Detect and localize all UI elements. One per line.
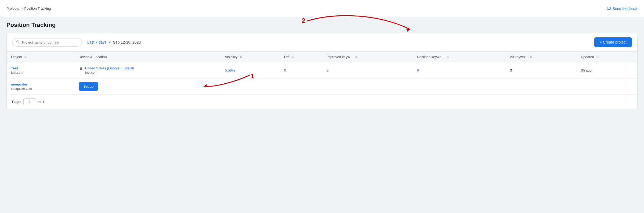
feedback-icon bbox=[607, 6, 611, 11]
declined-cell bbox=[413, 79, 506, 95]
sort-visibility-icon[interactable]: ⇅ bbox=[240, 55, 242, 59]
sort-improved-icon[interactable]: ⇅ bbox=[355, 55, 357, 59]
date-range: Sep 12-18, 2023 bbox=[113, 40, 141, 44]
date-filter: Last 7 days Sep 12-18, 2023 bbox=[87, 40, 141, 44]
project-cell: seoquakeseoquake.com bbox=[7, 79, 74, 95]
projects-table: Project ⇅ Device & Location Visibility ⇅… bbox=[7, 52, 637, 95]
updated-cell: 0h ago bbox=[577, 62, 637, 79]
allkw-cell bbox=[506, 79, 577, 95]
page-of: of 1 bbox=[38, 100, 44, 104]
table-row: seoquakeseoquake.comSet up bbox=[7, 79, 637, 95]
table-row: Testtest.com🖥United States (Google), Eng… bbox=[7, 62, 637, 79]
page-input[interactable] bbox=[23, 98, 36, 105]
col-improved: Improved keyw... ⇅ bbox=[322, 52, 413, 62]
visibility-cell bbox=[221, 79, 280, 95]
setup-button[interactable]: Set up bbox=[79, 82, 99, 91]
project-domain: test.com bbox=[11, 71, 70, 74]
create-project-button[interactable]: + Create project bbox=[594, 37, 632, 47]
col-diff: Diff ⇅ bbox=[280, 52, 322, 62]
toolbar: Last 7 days Sep 12-18, 2023 + Create pro… bbox=[7, 33, 637, 52]
send-feedback-link[interactable]: Send feedback bbox=[607, 6, 638, 11]
project-cell: Testtest.com bbox=[7, 62, 74, 79]
table-header-row: Project ⇅ Device & Location Visibility ⇅… bbox=[7, 52, 637, 62]
col-device: Device & Location bbox=[74, 52, 221, 62]
device-cell: Set up bbox=[74, 79, 221, 95]
search-box bbox=[12, 38, 82, 47]
sort-allkw-icon[interactable]: ⇅ bbox=[530, 55, 532, 59]
chevron-down-icon bbox=[108, 41, 111, 44]
main-card: Last 7 days Sep 12-18, 2023 + Create pro… bbox=[6, 33, 638, 109]
project-domain: seoquake.com bbox=[11, 87, 70, 91]
improved-cell: 0 bbox=[322, 62, 413, 79]
page-label: Page: bbox=[12, 100, 21, 104]
col-updated: Updated ⇅ bbox=[577, 52, 637, 62]
updated-cell bbox=[577, 79, 637, 95]
col-visibility: Visibility ⇅ bbox=[221, 52, 280, 62]
breadcrumb-separator: > bbox=[21, 6, 23, 10]
date-filter-label: Last 7 days bbox=[87, 40, 107, 44]
declined-cell: 0 bbox=[413, 62, 506, 79]
allkw-cell: 3 bbox=[506, 62, 577, 79]
device-cell: 🖥United States (Google), Englishtest.com bbox=[74, 62, 221, 79]
device-domain: test.com bbox=[85, 71, 134, 74]
svg-line-1 bbox=[19, 42, 20, 43]
search-input[interactable] bbox=[22, 40, 78, 44]
breadcrumb: Projects > Position Tracking bbox=[6, 6, 51, 10]
sort-diff-icon[interactable]: ⇅ bbox=[291, 55, 294, 59]
search-icon bbox=[16, 40, 20, 45]
date-dropdown[interactable]: Last 7 days bbox=[87, 40, 111, 44]
pagination: Page: of 1 bbox=[7, 95, 637, 109]
project-name[interactable]: seoquake bbox=[11, 82, 70, 86]
send-feedback-label: Send feedback bbox=[613, 6, 638, 11]
sort-declined-icon[interactable]: ⇅ bbox=[446, 55, 449, 59]
col-allkw: All keywo... ⇅ bbox=[506, 52, 577, 62]
breadcrumb-current: Position Tracking bbox=[24, 6, 51, 10]
col-project: Project ⇅ bbox=[7, 52, 74, 62]
breadcrumb-parent[interactable]: Projects bbox=[6, 6, 19, 10]
device-location[interactable]: United States (Google), English bbox=[85, 66, 134, 70]
project-name[interactable]: Test bbox=[11, 66, 70, 70]
sort-updated-icon[interactable]: ⇅ bbox=[596, 55, 599, 59]
improved-cell bbox=[322, 79, 413, 95]
monitor-icon: 🖥 bbox=[79, 66, 83, 71]
sort-project-icon[interactable]: ⇅ bbox=[24, 55, 27, 59]
visibility-cell: 5.59% bbox=[221, 62, 280, 79]
col-declined: Declined keywo... ⇅ bbox=[413, 52, 506, 62]
page-title: Position Tracking bbox=[6, 22, 638, 29]
diff-cell bbox=[280, 79, 322, 95]
diff-cell: 0 bbox=[280, 62, 322, 79]
